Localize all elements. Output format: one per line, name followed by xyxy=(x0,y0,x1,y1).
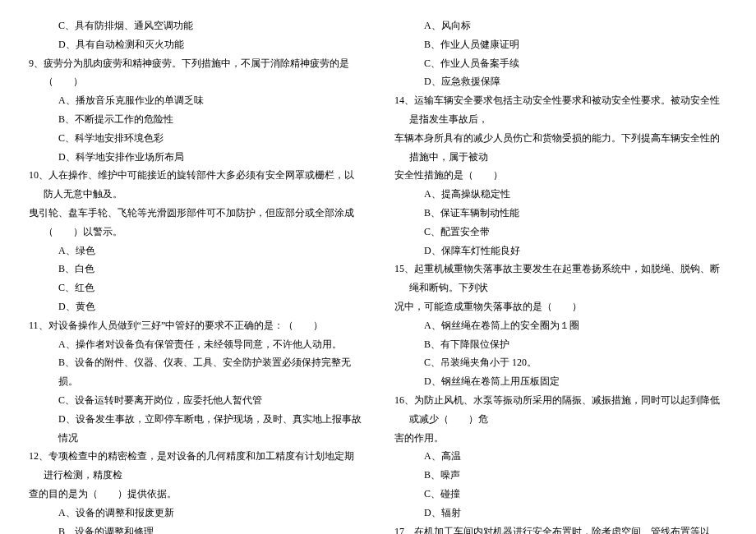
right-column: A、风向标 B、作业人员健康证明 C、作业人员备案手续 D、应急救援保障 14、… xyxy=(394,16,727,534)
q10-option-a: A、绿色 xyxy=(29,242,362,260)
q15-option-a: A、钢丝绳在卷筒上的安全圈为１圈 xyxy=(394,316,727,335)
q10-line2: 曳引轮、盘车手轮、飞轮等光滑圆形部件可不加防护，但应部分或全部涂成（ ）以警示。 xyxy=(44,204,362,242)
q13-option-c: C、作业人员备案手续 xyxy=(394,54,727,73)
q14-line2: 车辆本身所具有的减少人员伤亡和货物受损的能力。下列提高车辆安全性的措施中，属于被… xyxy=(409,129,727,167)
q16-option-b: B、噪声 xyxy=(394,466,727,485)
q14-line3: 安全性措施的是（ ） xyxy=(409,166,727,185)
q12-line1: 12、专项检查中的精密检查，是对设备的几何精度和加工精度有计划地定期进行检测，精… xyxy=(44,447,362,485)
q8-option-d: D、具有自动检测和灭火功能 xyxy=(29,35,362,54)
q16-option-d: D、辐射 xyxy=(394,504,727,522)
left-column: C、具有防排烟、通风空调功能 D、具有自动检测和灭火功能 9、疲劳分为肌肉疲劳和… xyxy=(29,16,362,534)
q15-option-d: D、钢丝绳在卷筒上用压板固定 xyxy=(394,372,727,391)
q9: 9、疲劳分为肌肉疲劳和精神疲劳。下列措施中，不属于消除精神疲劳的是（ ） xyxy=(44,54,362,92)
q10-option-b: B、白色 xyxy=(29,260,362,279)
q17: 17、在机加工车间内对机器进行安全布置时，除考虑空间、管线布置等以外，首先应考虑… xyxy=(409,522,727,534)
q12-option-a: A、设备的调整和报废更新 xyxy=(29,504,362,522)
page-columns: C、具有防排烟、通风空调功能 D、具有自动检测和灭火功能 9、疲劳分为肌肉疲劳和… xyxy=(29,16,727,534)
q9-option-a: A、播放音乐克服作业的单调乏味 xyxy=(29,91,362,110)
q16-option-c: C、碰撞 xyxy=(394,485,727,504)
q13-option-d: D、应急救援保障 xyxy=(394,72,727,91)
q11-option-c: C、设备运转时要离开岗位，应委托他人暂代管 xyxy=(29,391,362,410)
q13-option-b: B、作业人员健康证明 xyxy=(394,35,727,54)
q10-option-c: C、红色 xyxy=(29,279,362,297)
q16-option-a: A、高温 xyxy=(394,447,727,466)
q12-line2: 查的目的是为（ ）提供依据。 xyxy=(44,485,362,504)
q10-option-d: D、黄色 xyxy=(29,297,362,316)
q15-option-c: C、吊装绳夹角小于 120。 xyxy=(394,353,727,372)
q14-option-a: A、提高操纵稳定性 xyxy=(394,185,727,204)
q11-option-a: A、操作者对设备负有保管责任，未经领导同意，不许他人动用。 xyxy=(29,335,362,354)
q12-option-b: B、设备的调整和修理 xyxy=(29,522,362,534)
q10-line1: 10、人在操作、维护中可能接近的旋转部件大多必须有安全网罩或栅栏，以防人无意中触… xyxy=(44,166,362,204)
q16-line2: 害的作用。 xyxy=(409,429,727,448)
q14-option-b: B、保证车辆制动性能 xyxy=(394,204,727,223)
q9-option-d: D、科学地安排作业场所布局 xyxy=(29,148,362,167)
q11-option-b: B、设备的附件、仪器、仪表、工具、安全防护装置必须保持完整无损。 xyxy=(29,353,362,391)
q14-option-d: D、保障车灯性能良好 xyxy=(394,242,727,260)
q15-line2: 况中，可能造成重物失落事故的是（ ） xyxy=(409,297,727,316)
q14-line1: 14、运输车辆安全要求包括主动安全性要求和被动安全性要求。被动安全性是指发生事故… xyxy=(409,91,727,129)
q16-line1: 16、为防止风机、水泵等振动所采用的隔振、减振措施，同时可以起到降低或减少（ ）… xyxy=(409,391,727,429)
q11: 11、对设备操作人员做到“三好”中管好的要求不正确的是：（ ） xyxy=(44,316,362,335)
q15-line1: 15、起重机械重物失落事故主要发生在起重卷扬系统中，如脱绳、脱钩、断绳和断钩。下… xyxy=(409,260,727,297)
q13-option-a: A、风向标 xyxy=(394,16,727,35)
q14-option-c: C、配置安全带 xyxy=(394,223,727,242)
q15-option-b: B、有下降限位保护 xyxy=(394,335,727,354)
q9-option-b: B、不断提示工作的危险性 xyxy=(29,110,362,129)
q9-option-c: C、科学地安排环境色彩 xyxy=(29,129,362,148)
q8-option-c: C、具有防排烟、通风空调功能 xyxy=(29,16,362,35)
q11-option-d: D、设备发生事故，立即停车断电，保护现场，及时、真实地上报事故情况 xyxy=(29,410,362,448)
